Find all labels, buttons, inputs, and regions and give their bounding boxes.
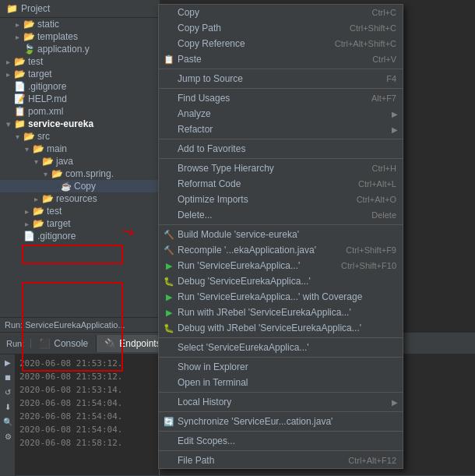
build-icon: 🔨: [164, 229, 174, 240]
menu-item-paste[interactable]: 📋 Paste Ctrl+V: [159, 51, 403, 67]
tree-item-comspring[interactable]: 📂 com.spring.: [0, 167, 160, 180]
menu-separator-2: [159, 88, 403, 89]
tree-item-main[interactable]: 📂 main: [0, 143, 160, 155]
menu-label: Browse Type Hierarchy: [178, 163, 274, 174]
context-menu: Copy Ctrl+C Copy Path Ctrl+Shift+C Copy …: [158, 4, 403, 469]
menu-shortcut: Ctrl+V: [357, 55, 396, 64]
item-label: application.y: [37, 44, 90, 55]
menu-label: Debug 'ServiceEurekaApplica...': [178, 276, 311, 287]
menu-shortcut: Ctrl+Shift+C: [334, 23, 396, 33]
menu-item-add-favorites[interactable]: Add to Favorites: [159, 141, 403, 157]
menu-label: Reformat Code: [178, 178, 241, 189]
menu-shortcut: Alt+F7: [356, 93, 396, 103]
jrebel-run-icon: ▶: [164, 307, 174, 318]
tree-item-target[interactable]: 📂 target: [0, 68, 160, 80]
menu-item-select[interactable]: Select 'ServiceEurekaApplica...': [159, 340, 403, 355]
console-line-5: 2020-06-08 21:54:04.: [19, 410, 155, 423]
item-label: static: [37, 19, 59, 30]
tree-item-gitignore[interactable]: 📄 .gitignore: [0, 80, 160, 93]
expand-icon: [6, 70, 14, 79]
console-line-2: 2020-06-08 21:53:12.: [19, 370, 155, 383]
folder-icon: 📂: [33, 143, 44, 154]
tree-item-application[interactable]: 🍃 application.y: [0, 43, 160, 55]
highlight-box-1: [22, 245, 123, 264]
item-label: target: [47, 218, 71, 229]
tree-item-java[interactable]: 📂 java: [0, 155, 160, 167]
menu-item-analyze[interactable]: Analyze ▶: [159, 106, 403, 122]
menu-label: Edit Scopes...: [178, 435, 235, 446]
menu-item-jump-source[interactable]: Jump to Source F4: [159, 71, 403, 86]
gitignore-icon: 📄: [23, 231, 35, 242]
menu-item-reformat[interactable]: Reformat Code Ctrl+Alt+L: [159, 176, 403, 192]
expand-icon: [34, 157, 42, 166]
folder-icon: 📂: [14, 69, 26, 79]
tree-item-templates[interactable]: 📂 templates: [0, 30, 160, 43]
menu-shortcut: Ctrl+Alt+L: [343, 179, 396, 189]
menu-shortcut: Ctrl+H: [357, 164, 396, 173]
menu-item-copy[interactable]: Copy Ctrl+C: [159, 5, 403, 20]
menu-label: Synchronize 'ServiceEur...cation.java': [178, 416, 332, 427]
menu-item-browse-hierarchy[interactable]: Browse Type Hierarchy Ctrl+H: [159, 160, 403, 176]
menu-item-recompile[interactable]: 🔨 Recompile '...ekaApplication.java' Ctr…: [159, 242, 403, 258]
menu-item-copy-reference[interactable]: Copy Reference Ctrl+Alt+Shift+C: [159, 36, 403, 51]
expand-icon: [16, 20, 23, 29]
menu-label: Add to Favorites: [178, 143, 245, 154]
item-label: java: [56, 156, 73, 167]
menu-item-run-jrebel[interactable]: ▶ Run with JRebel 'ServiceEurekaApplica.…: [159, 305, 403, 320]
filter-icon[interactable]: 🔍: [2, 415, 14, 428]
tree-item-helpmd[interactable]: 📝 HELP.md: [0, 93, 160, 105]
tree-item-service-eureka[interactable]: 📁 service-eureka: [0, 118, 160, 130]
tree-item-test[interactable]: 📂 test: [0, 55, 160, 68]
menu-item-debug-jrebel[interactable]: 🐛 Debug with JRebel 'ServiceEurekaApplic…: [159, 320, 403, 336]
item-label: Copy: [74, 181, 96, 192]
tree-item-test2[interactable]: 📂 test: [0, 205, 160, 217]
menu-item-debug[interactable]: 🐛 Debug 'ServiceEurekaApplica...': [159, 273, 403, 289]
item-label: src: [37, 131, 50, 142]
menu-item-run[interactable]: ▶ Run 'ServiceEurekaApplica...' Ctrl+Shi…: [159, 258, 403, 273]
expand-icon: [25, 207, 33, 216]
project-icon: 📁: [6, 3, 18, 14]
rerun-icon[interactable]: ↺: [2, 386, 14, 398]
stop-icon[interactable]: ⏹: [2, 371, 14, 383]
menu-item-optimize[interactable]: Optimize Imports Ctrl+Alt+O: [159, 192, 403, 207]
folder-icon: 📂: [23, 131, 35, 142]
tab-console[interactable]: ⬛ Console: [31, 335, 97, 352]
tree-item-src[interactable]: 📂 src: [0, 130, 160, 143]
menu-item-open-terminal[interactable]: Open in Terminal: [159, 375, 403, 390]
paste-icon: 📋: [164, 54, 174, 65]
menu-separator-3: [159, 139, 403, 139]
tree-item-servicee[interactable]: ☕ Copy: [0, 180, 160, 192]
expand-icon: [25, 220, 33, 228]
menu-item-local-history[interactable]: Local History ▶: [159, 394, 403, 410]
settings-icon[interactable]: ⚙: [2, 430, 14, 443]
menu-item-show-explorer[interactable]: Show in Explorer: [159, 359, 403, 375]
menu-item-copy-path[interactable]: Copy Path Ctrl+Shift+C: [159, 20, 403, 36]
menu-item-file-path[interactable]: File Path Ctrl+Alt+F12: [159, 453, 403, 468]
tree-item-target2[interactable]: 📂 target: [0, 217, 160, 230]
menu-item-edit-scopes[interactable]: Edit Scopes...: [159, 433, 403, 449]
menu-label: Local History: [178, 397, 231, 407]
menu-label: Select 'ServiceEurekaApplica...': [178, 342, 309, 353]
menu-label: File Path: [178, 455, 214, 466]
tree-item-pomxml[interactable]: 📋 pom.xml: [0, 105, 160, 118]
menu-shortcut: Ctrl+Alt+F12: [332, 456, 396, 465]
menu-item-build-module[interactable]: 🔨 Build Module 'service-eureka': [159, 227, 403, 242]
run-icon: ▶: [164, 260, 174, 271]
tree-item-resources[interactable]: 📂 resources: [0, 192, 160, 205]
menu-item-run-coverage[interactable]: ▶ Run 'ServiceEurekaApplica...' with Cov…: [159, 289, 403, 305]
console-line-3: 2020-06-08 21:53:14.: [19, 383, 155, 397]
play-icon[interactable]: ▶: [2, 356, 14, 368]
scroll-icon[interactable]: ⬇: [2, 400, 14, 413]
menu-label: Find Usages: [178, 93, 230, 104]
tree-item-static[interactable]: 📂 static: [0, 18, 160, 30]
menu-item-synchronize[interactable]: 🔄 Synchronize 'ServiceEur...cation.java': [159, 414, 403, 429]
expand-icon: [16, 33, 23, 41]
menu-item-refactor[interactable]: Refactor ▶: [159, 122, 403, 137]
menu-item-delete[interactable]: Delete... Delete: [159, 207, 403, 223]
debug-icon: 🐛: [164, 276, 174, 287]
item-label: templates: [37, 31, 78, 42]
folder-icon: 📂: [42, 193, 54, 204]
menu-label: Optimize Imports: [178, 194, 248, 205]
menu-label: Debug with JRebel 'ServiceEurekaApplica.…: [178, 323, 361, 333]
menu-item-find-usages[interactable]: Find Usages Alt+F7: [159, 90, 403, 106]
